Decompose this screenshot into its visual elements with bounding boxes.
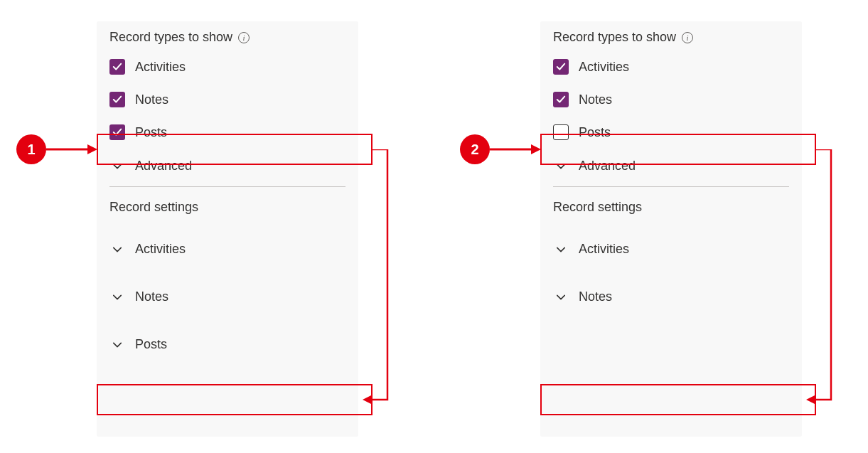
expander-label: Notes xyxy=(579,289,612,304)
info-icon[interactable]: i xyxy=(682,32,693,43)
checkbox-icon xyxy=(109,59,125,75)
connector-a xyxy=(359,149,398,412)
expander-label: Notes xyxy=(135,289,168,304)
divider xyxy=(109,186,345,187)
expander-notes[interactable]: Notes xyxy=(540,279,802,314)
checkbox-label: Notes xyxy=(579,92,612,107)
svg-marker-4 xyxy=(363,395,373,405)
callout-number: 1 xyxy=(27,142,35,158)
checkbox-label: Notes xyxy=(135,92,168,107)
expander-activities[interactable]: Activities xyxy=(540,232,802,267)
chevron-down-icon xyxy=(112,161,122,171)
chevron-down-icon xyxy=(556,161,566,171)
chevron-down-icon xyxy=(112,292,122,302)
checkbox-icon xyxy=(109,92,125,107)
checkbox-label: Activities xyxy=(135,60,186,75)
checkbox-activities[interactable]: Activities xyxy=(97,50,358,83)
record-types-header: Record types to show i xyxy=(540,21,802,50)
record-types-label: Record types to show xyxy=(109,30,232,45)
checkbox-posts[interactable]: Posts xyxy=(540,116,802,149)
checkbox-label: Posts xyxy=(135,125,167,140)
record-types-label: Record types to show xyxy=(553,30,676,45)
checkbox-activities[interactable]: Activities xyxy=(540,50,802,83)
chevron-down-icon xyxy=(556,292,566,302)
checkbox-notes[interactable]: Notes xyxy=(97,83,358,116)
panel-posts-unchecked: Record types to show i Activities Notes … xyxy=(540,21,802,437)
chevron-down-icon xyxy=(112,340,122,350)
record-types-header: Record types to show i xyxy=(97,21,358,50)
svg-marker-1 xyxy=(87,144,97,154)
callout-badge-1: 1 xyxy=(16,134,46,164)
advanced-label: Advanced xyxy=(135,159,192,174)
callout-arrow-2 xyxy=(490,142,541,156)
checkbox-icon xyxy=(553,92,569,107)
checkbox-posts[interactable]: Posts xyxy=(97,116,358,149)
record-settings-header: Record settings xyxy=(540,193,802,232)
expander-activities[interactable]: Activities xyxy=(97,232,358,267)
advanced-expander[interactable]: Advanced xyxy=(97,149,358,183)
callout-badge-2: 2 xyxy=(460,134,490,164)
checkbox-icon xyxy=(109,124,125,140)
info-icon[interactable]: i xyxy=(238,32,250,43)
connector-b xyxy=(803,149,842,412)
chevron-down-icon xyxy=(112,245,122,255)
expander-notes[interactable]: Notes xyxy=(97,279,358,314)
svg-marker-5 xyxy=(806,395,816,405)
checkbox-icon xyxy=(553,59,569,75)
advanced-expander[interactable]: Advanced xyxy=(540,149,802,183)
expander-label: Activities xyxy=(579,242,629,257)
callout-number: 2 xyxy=(471,142,478,158)
callout-arrow-1 xyxy=(46,142,97,156)
chevron-down-icon xyxy=(556,245,566,255)
record-settings-header: Record settings xyxy=(97,193,358,232)
advanced-label: Advanced xyxy=(579,159,636,174)
expander-posts[interactable]: Posts xyxy=(97,327,358,362)
expander-label: Posts xyxy=(135,337,167,352)
panel-posts-checked: Record types to show i Activities Notes … xyxy=(97,21,358,437)
checkbox-notes[interactable]: Notes xyxy=(540,83,802,116)
checkbox-label: Posts xyxy=(579,125,611,140)
checkbox-label: Activities xyxy=(579,60,629,75)
svg-marker-3 xyxy=(531,144,541,154)
expander-label: Activities xyxy=(135,242,186,257)
divider xyxy=(553,186,789,187)
checkbox-icon xyxy=(553,124,569,140)
